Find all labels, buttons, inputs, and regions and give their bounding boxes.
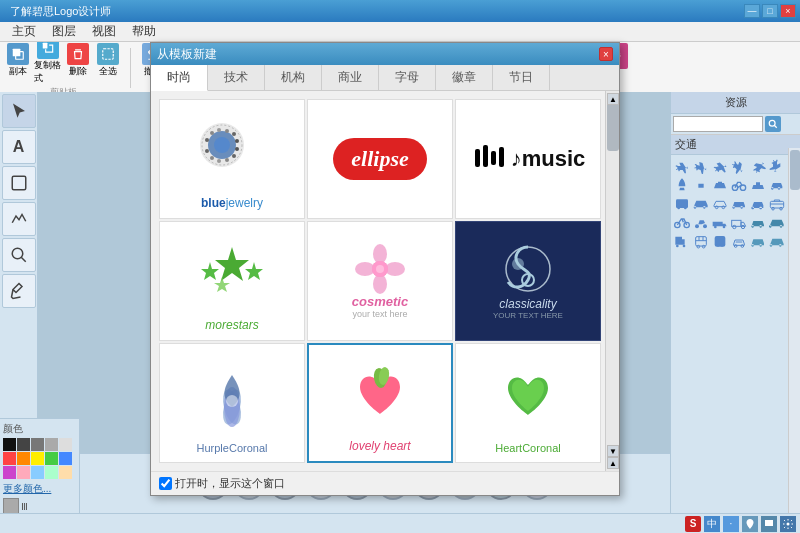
svg-marker-74 <box>214 277 230 292</box>
svg-point-60 <box>235 139 239 143</box>
logo-card-lovely-heart[interactable]: lovely heart <box>307 343 453 463</box>
tab-tech[interactable]: 技术 <box>208 65 265 90</box>
modal-checkbox-text: 打开时，显示这个窗口 <box>175 476 285 491</box>
tab-institution[interactable]: 机构 <box>265 65 322 90</box>
scroll-top-btn[interactable]: ▲ <box>607 93 619 105</box>
modal-checkbox-input[interactable] <box>159 477 172 490</box>
modal-title: 从模板新建 <box>157 46 599 63</box>
tab-commerce[interactable]: 商业 <box>322 65 379 90</box>
svg-point-64 <box>217 159 221 163</box>
logo-card-cosmetic[interactable]: cosmetic your text here <box>307 221 453 341</box>
logo-display-more-stars <box>168 230 296 314</box>
logo-display-music: ♪music <box>464 108 592 210</box>
svg-point-81 <box>376 265 384 273</box>
modal-dialog: 从模板新建 × 时尚 技术 机构 商业 字母 徽章 节日 <box>150 42 620 496</box>
logo-card-blue-jewelry[interactable]: bluejewelry <box>159 99 305 219</box>
logo-display-blue-jewelry <box>168 108 296 192</box>
logo-card-heart-coronal[interactable]: HeartCoronal <box>455 343 601 463</box>
modal-overlay: 从模板新建 × 时尚 技术 机构 商业 字母 徽章 节日 <box>0 0 800 533</box>
logo-display-classicality: classicality YOUR TEXT HERE <box>464 230 592 332</box>
tab-badge[interactable]: 徽章 <box>436 65 493 90</box>
svg-point-54 <box>214 137 230 153</box>
svg-rect-67 <box>475 149 480 167</box>
svg-point-57 <box>217 128 221 132</box>
modal-titlebar: 从模板新建 × <box>151 43 619 65</box>
scroll-up-btn[interactable]: ▲ <box>607 457 619 469</box>
logo-name-lovely-heart: lovely heart <box>349 439 410 453</box>
svg-point-63 <box>225 158 229 162</box>
modal-footer: 打开时，显示这个窗口 <box>151 471 619 495</box>
modal-checkbox-label[interactable]: 打开时，显示这个窗口 <box>159 476 285 491</box>
svg-marker-72 <box>201 262 219 280</box>
svg-point-88 <box>226 395 238 407</box>
svg-rect-68 <box>483 145 488 167</box>
svg-marker-73 <box>245 262 263 280</box>
logo-name-heart-coronal: HeartCoronal <box>495 442 560 454</box>
svg-rect-69 <box>491 151 496 165</box>
modal-tabs: 时尚 技术 机构 商业 字母 徽章 节日 <box>151 65 619 91</box>
svg-point-83 <box>512 258 524 270</box>
scroll-down-btn[interactable]: ▼ <box>607 445 619 457</box>
tab-fashion[interactable]: 时尚 <box>151 65 208 91</box>
logo-name-hurple-coronal: HurpleCoronal <box>197 442 268 454</box>
tab-letter[interactable]: 字母 <box>379 65 436 90</box>
svg-point-66 <box>205 149 209 153</box>
svg-point-65 <box>210 156 214 160</box>
logo-display-hurple-coronal <box>168 352 296 438</box>
logo-display-heart-coronal <box>464 352 592 438</box>
logo-name-blue-jewelry: bluejewelry <box>201 196 263 210</box>
logo-display-lovely-heart <box>317 353 443 435</box>
logo-card-ellipse[interactable]: ellipse <box>307 99 453 219</box>
svg-point-59 <box>232 132 236 136</box>
app-window: 了解碧思Logo设计师 — □ × 主页 图层 视图 帮助 副本 <box>0 0 800 533</box>
svg-rect-70 <box>499 147 504 167</box>
logo-card-classicality[interactable]: classicality YOUR TEXT HERE <box>455 221 601 341</box>
tab-holiday[interactable]: 节日 <box>493 65 550 90</box>
modal-body: bluejewelry ellipse <box>151 91 619 471</box>
svg-point-62 <box>232 154 236 158</box>
modal-close-btn[interactable]: × <box>599 47 613 61</box>
logo-display-ellipse: ellipse <box>316 108 444 210</box>
logo-card-music[interactable]: ♪music <box>455 99 601 219</box>
svg-point-58 <box>225 129 229 133</box>
svg-marker-71 <box>215 247 249 281</box>
svg-point-61 <box>235 147 239 151</box>
modal-scrollbar-thumb[interactable] <box>607 101 619 151</box>
modal-scrollbar[interactable]: ▼ ▲ ▲ <box>605 91 619 471</box>
svg-point-55 <box>205 138 209 142</box>
logo-grid: bluejewelry ellipse <box>151 91 619 471</box>
logo-card-hurple-coronal[interactable]: HurpleCoronal <box>159 343 305 463</box>
logo-display-cosmetic: cosmetic your text here <box>316 230 444 332</box>
logo-card-more-stars[interactable]: morestars <box>159 221 305 341</box>
svg-point-56 <box>210 131 214 135</box>
logo-name-more-stars: morestars <box>205 318 258 332</box>
